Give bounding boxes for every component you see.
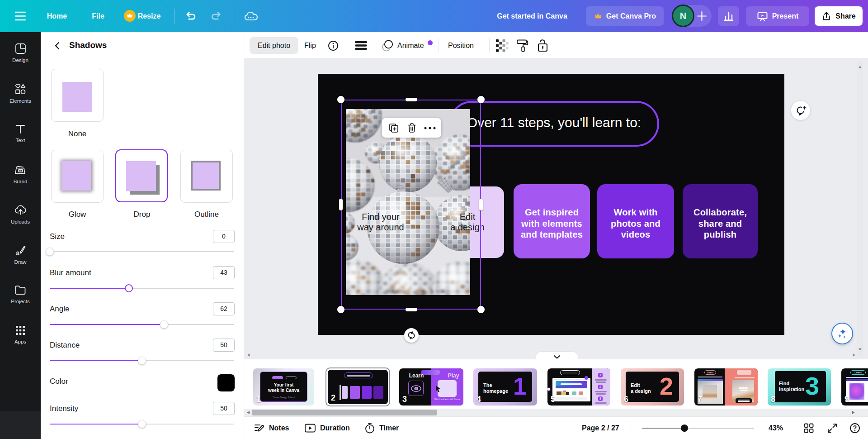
svg-text:co.: co. (19, 170, 22, 172)
